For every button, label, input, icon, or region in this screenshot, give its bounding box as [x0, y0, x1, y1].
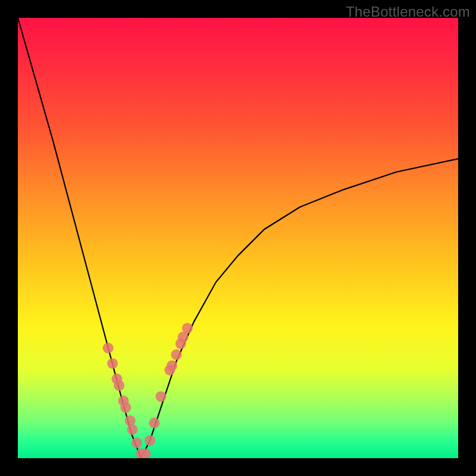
sample-dot — [156, 391, 167, 402]
sample-dot — [127, 424, 137, 435]
chart-frame: TheBottleneck.com — [0, 0, 476, 476]
sample-dot — [171, 349, 181, 360]
sample-dot — [131, 437, 142, 448]
watermark-text: TheBottleneck.com — [346, 4, 470, 20]
sample-dot — [103, 343, 114, 353]
sample-dot — [107, 358, 118, 369]
plot-area — [18, 18, 458, 458]
sample-dot — [114, 380, 124, 391]
sample-dot — [167, 361, 177, 371]
sample-dots-group — [103, 323, 193, 458]
sample-dot — [145, 435, 155, 446]
sample-dot — [182, 323, 193, 334]
sample-dot — [120, 402, 131, 413]
curve-svg — [18, 18, 458, 458]
sample-dot — [149, 418, 159, 428]
bottleneck-curve — [18, 18, 458, 458]
